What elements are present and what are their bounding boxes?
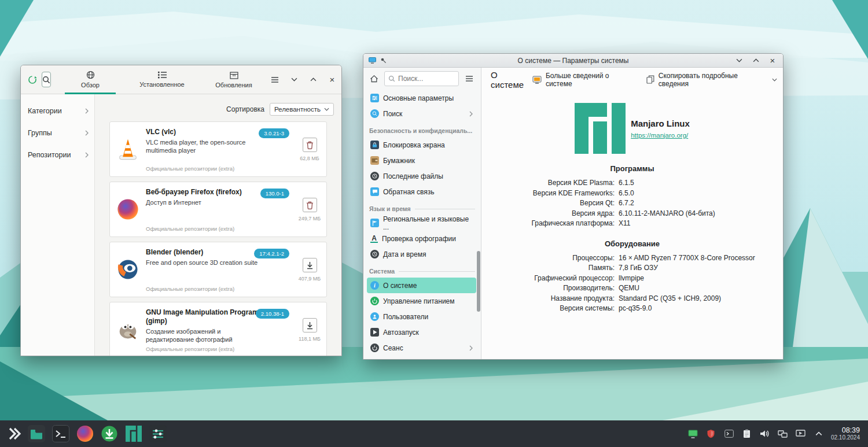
settings-body: Основные параметры Поиск Безопасность и …: [363, 68, 783, 360]
tab-updates-label: Обновления: [215, 82, 252, 88]
remove-button[interactable]: [303, 138, 317, 152]
app-launcher-button[interactable]: [3, 422, 25, 445]
taskbar-settings-manager[interactable]: [147, 422, 169, 445]
package-card-vlc[interactable]: VLC (vlc) VLC media player, the open-sou…: [109, 121, 327, 177]
search-icon: [370, 109, 379, 118]
sidebar-item-categories[interactable]: Категории: [21, 100, 94, 122]
package-list: VLC (vlc) VLC media player, the open-sou…: [109, 121, 334, 356]
settings-search[interactable]: [384, 71, 459, 86]
maximize-button[interactable]: [751, 56, 761, 66]
nav-about-system[interactable]: i О системе: [367, 278, 476, 293]
taskbar-terminal[interactable]: [50, 422, 72, 445]
taskbar-firefox[interactable]: [74, 422, 96, 445]
nav-date-time[interactable]: Дата и время: [367, 246, 476, 262]
software-rows: Версия KDE Plasma:6.1.5 Версия KDE Frame…: [481, 178, 783, 229]
more-info-button[interactable]: Больше сведений о системе: [532, 72, 636, 88]
clock-time: 08:39: [831, 426, 860, 434]
taskbar-clock[interactable]: 08:39 02.10.2024: [831, 426, 860, 441]
sliders-icon: [370, 94, 379, 102]
remove-button[interactable]: [303, 198, 317, 212]
search-toggle-button[interactable]: [42, 72, 51, 87]
chevron-down-icon: [324, 108, 329, 111]
pamac-window: Обзор Установленное Обновления ×: [20, 65, 342, 356]
maximize-button[interactable]: [308, 75, 318, 85]
pamac-sidebar: Категории Группы Репозитории: [21, 94, 95, 356]
tab-updates[interactable]: Обновления: [198, 65, 270, 94]
close-button[interactable]: ×: [767, 56, 778, 66]
sort-dropdown[interactable]: Релевантность: [270, 103, 334, 116]
minimize-button[interactable]: [289, 75, 299, 85]
info-row: Производитель:QEMU: [481, 283, 783, 294]
info-row: Графический процессор:llvmpipe: [481, 274, 783, 284]
system-info-icon: [532, 76, 542, 84]
autostart-icon: [370, 328, 379, 337]
sidebar-scrollbar[interactable]: [477, 251, 480, 312]
nav-autostart[interactable]: Автозапуск: [367, 324, 476, 340]
clock-icon: [370, 250, 379, 258]
system-settings-window: О системе — Параметры системы × Основные: [363, 53, 784, 360]
tab-installed[interactable]: Установленное: [126, 65, 198, 94]
version-badge: 3.0.21-3: [259, 128, 289, 138]
close-button[interactable]: ×: [327, 75, 337, 85]
nav-basic-settings[interactable]: Основные параметры: [367, 90, 476, 106]
package-card-gimp[interactable]: GNU Image Manipulation Program (gimp) Со…: [109, 302, 327, 356]
sidebar-item-repositories[interactable]: Репозитории: [21, 144, 94, 166]
settings-search-input[interactable]: [398, 75, 455, 83]
install-button[interactable]: [303, 318, 317, 333]
info-row: Память:7,8 ГиБ ОЗУ: [481, 263, 783, 274]
nav-spellcheck[interactable]: A Проверка орфографии: [367, 231, 476, 246]
tray-clipboard-icon[interactable]: [740, 427, 754, 441]
nav-screen-locking[interactable]: Блокировка экрана: [367, 137, 476, 153]
package-card-firefox[interactable]: Веб-браузер Firefox (firefox) Доступ в И…: [109, 182, 327, 237]
nav-region-language[interactable]: Региональные и языковые ...: [367, 215, 476, 231]
tray-firewall-icon[interactable]: [704, 427, 718, 441]
chevron-down-icon: [772, 78, 777, 82]
info-row: Версия системы:pc-q35-9.0: [481, 304, 783, 314]
copy-details-button[interactable]: Скопировать подробные сведения: [646, 72, 777, 88]
home-button[interactable]: [367, 72, 381, 86]
version-badge: 17:4.2.1-2: [254, 249, 289, 258]
nav-session[interactable]: Сеанс: [367, 340, 476, 356]
taskbar-manjaro-settings[interactable]: [123, 422, 145, 445]
minimize-button[interactable]: [734, 56, 744, 66]
install-button[interactable]: [303, 258, 317, 272]
tray-screen-share-icon[interactable]: [794, 427, 808, 441]
package-card-blender[interactable]: Blender (blender) Free and open source 3…: [109, 242, 327, 297]
tray-expand-chevron[interactable]: [812, 427, 826, 441]
lock-screen-icon: [370, 141, 379, 149]
pamac-main: Сортировка Релевантность: [95, 94, 341, 356]
nav-feedback[interactable]: Обратная связь: [367, 184, 476, 200]
sidebar-menu-button[interactable]: [462, 72, 476, 86]
tab-browse[interactable]: Обзор: [54, 65, 126, 94]
tray-volume-icon[interactable]: [758, 427, 772, 441]
nav-users[interactable]: Пользователи: [367, 309, 476, 324]
info-row: Название продукта:Standard PC (Q35 + ICH…: [481, 294, 783, 304]
tray-display-settings-icon[interactable]: [686, 427, 700, 441]
chevron-right-icon: [85, 130, 89, 136]
tray-display-icon[interactable]: [668, 427, 682, 441]
info-row: Версия ядра:6.10.11-2-MANJARO (64-бита): [481, 209, 783, 219]
sort-row: Сортировка Релевантность: [109, 103, 334, 116]
user-icon: [370, 312, 379, 321]
taskbar-file-manager[interactable]: [25, 422, 47, 445]
version-badge: 130.0-1: [260, 189, 289, 198]
nav-search[interactable]: Поиск: [367, 106, 476, 121]
info-icon: i: [370, 281, 379, 290]
nav-power-management[interactable]: Управление питанием: [367, 293, 476, 309]
pamac-headerbar: Обзор Установленное Обновления ×: [21, 65, 341, 94]
nav-recent-files[interactable]: Последние файлы: [367, 168, 476, 184]
sidebar-item-groups[interactable]: Группы: [21, 122, 94, 144]
tray-network-icon[interactable]: [776, 427, 790, 441]
list-icon: [158, 71, 167, 79]
pin-icon[interactable]: [380, 57, 387, 64]
software-section-header: Программы: [481, 164, 783, 173]
titlebar[interactable]: О системе — Параметры системы ×: [363, 54, 783, 68]
settings-app-icon: [369, 57, 376, 64]
tray-terminal-icon[interactable]: [722, 427, 736, 441]
distro-link[interactable]: https://manjaro.org/: [631, 132, 690, 139]
nav-section-security: Безопасность и конфиденциаль...: [369, 127, 475, 135]
nav-wallet[interactable]: Бумажник: [367, 153, 476, 168]
menu-button[interactable]: [270, 75, 280, 85]
taskbar-pamac[interactable]: [98, 422, 120, 445]
refresh-updates-icon[interactable]: [28, 75, 37, 85]
